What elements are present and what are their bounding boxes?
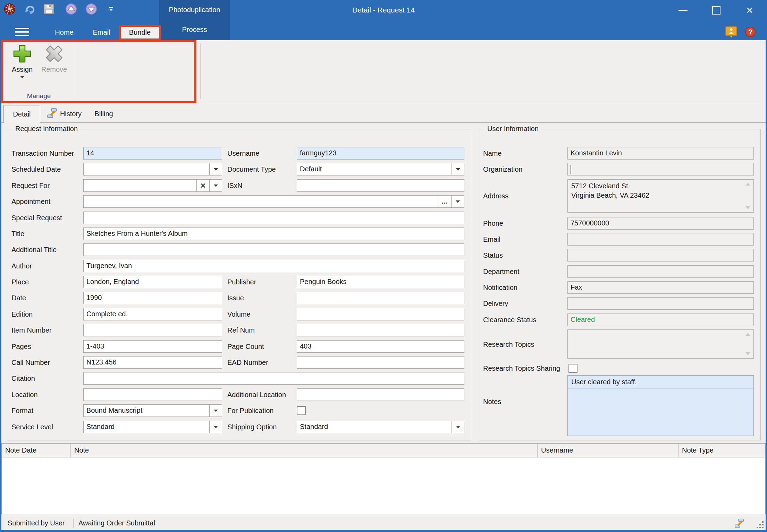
email-field[interactable] (567, 233, 754, 246)
request-for-clear-button[interactable]: ✕ (196, 179, 210, 192)
shipping-option-dropdown-button[interactable] (452, 421, 464, 433)
document-type-field[interactable]: Default (297, 163, 452, 175)
x-icon: ✕ (200, 182, 206, 190)
department-field[interactable] (567, 265, 754, 278)
close-button[interactable]: ✕ (740, 3, 759, 18)
issue-field[interactable] (297, 292, 464, 304)
address-field[interactable]: 5712 Cleveland St. Virginia Beach, VA 23… (567, 179, 754, 213)
special-request-field[interactable] (83, 212, 464, 224)
citation-field[interactable] (83, 372, 464, 385)
publisher-label: Publisher (227, 276, 256, 288)
notification-field[interactable]: Fax (567, 281, 754, 294)
name-field[interactable]: Konstantin Levin (567, 147, 754, 160)
title-field[interactable]: Sketches From a Hunter's Album (83, 228, 464, 240)
tab-email[interactable]: Email (85, 25, 118, 40)
notes-list[interactable]: User cleared by staff. (567, 375, 754, 436)
scheduled-date-dropdown-button[interactable] (209, 163, 222, 175)
user-information-title: User Information (485, 125, 541, 133)
shipping-option-label: Shipping Option (227, 421, 277, 433)
request-for-field[interactable] (83, 179, 197, 192)
tab-bundle[interactable]: Bundle (119, 25, 161, 40)
clearance-status-field[interactable]: Cleared (567, 314, 754, 326)
move-up-icon[interactable] (65, 3, 77, 16)
tab-detail[interactable]: Detail (3, 105, 40, 123)
assign-dropdown-icon[interactable] (20, 76, 24, 78)
research-topics-field[interactable] (567, 329, 754, 359)
publisher-field[interactable]: Penguin Books (297, 276, 464, 288)
service-level-field[interactable]: Standard (83, 421, 210, 433)
transaction-number-field[interactable]: 14 (83, 147, 222, 160)
research-topics-sharing-checkbox[interactable] (568, 364, 578, 373)
appointment-dropdown-button[interactable] (451, 195, 464, 208)
assign-label: Assign (8, 66, 37, 74)
tab-process[interactable]: Process (159, 20, 230, 40)
ref-num-field[interactable] (297, 324, 464, 336)
move-down-icon[interactable] (85, 3, 97, 16)
scheduled-date-field[interactable] (83, 163, 210, 175)
scroll-down-icon[interactable] (745, 206, 750, 209)
refresh-icon[interactable] (24, 3, 36, 16)
remove-button[interactable]: Remove (40, 44, 69, 74)
appointment-field[interactable] (83, 195, 438, 208)
svg-text:?: ? (748, 28, 752, 36)
pages-field[interactable]: 1-403 (83, 340, 222, 353)
toolbar-overflow-icon[interactable] (108, 7, 114, 11)
column-header-note-type[interactable]: Note Type (678, 444, 765, 457)
scroll-up-icon[interactable] (745, 183, 750, 186)
column-header-note[interactable]: Note (71, 444, 538, 457)
call-number-field[interactable]: N123.456 (83, 356, 222, 369)
maximize-button[interactable] (707, 3, 726, 18)
notes-item[interactable]: User cleared by staff. (568, 376, 753, 389)
status-field[interactable] (567, 249, 754, 261)
phone-field[interactable]: 7570000000 (567, 217, 754, 230)
column-header-username[interactable]: Username (538, 444, 678, 457)
place-field[interactable]: London, England (83, 276, 222, 288)
isxn-field[interactable] (297, 179, 464, 192)
location-field[interactable] (83, 388, 222, 401)
scroll-down-icon[interactable] (745, 352, 750, 355)
menu-icon[interactable] (15, 28, 29, 38)
special-request-label: Special Request (11, 212, 62, 224)
app-window: Photoduplication Process Detail - Reques… (0, 0, 767, 532)
tab-history[interactable]: History (42, 105, 87, 123)
service-level-dropdown-button[interactable] (209, 421, 222, 433)
item-number-field[interactable] (83, 324, 222, 336)
request-for-dropdown-button[interactable] (209, 179, 222, 192)
help-icon[interactable]: ? (745, 26, 756, 39)
ead-number-field[interactable] (297, 356, 464, 369)
scroll-up-icon[interactable] (745, 333, 750, 336)
history-status-icon[interactable] (734, 518, 744, 530)
minimize-button[interactable] (673, 3, 693, 18)
format-field[interactable]: Bound Manuscript (83, 404, 210, 417)
additional-location-field[interactable] (297, 388, 464, 401)
column-header-note-date[interactable]: Note Date (2, 444, 71, 457)
address-label: Address (483, 190, 508, 202)
page-count-label: Page Count (227, 340, 264, 353)
format-dropdown-button[interactable] (209, 404, 222, 417)
remove-label: Remove (40, 66, 69, 74)
author-field[interactable]: Turgenev, Ivan (83, 260, 464, 272)
name-label: Name (483, 147, 502, 160)
tab-home[interactable]: Home (45, 25, 83, 40)
save-icon[interactable] (44, 4, 54, 16)
resize-grip[interactable] (757, 521, 764, 529)
edition-field[interactable]: Complete ed. (83, 308, 222, 320)
volume-field[interactable] (297, 308, 464, 320)
app-logo-icon[interactable] (3, 3, 16, 17)
tab-billing[interactable]: Billing (88, 105, 119, 123)
date-field[interactable]: 1990 (83, 292, 222, 304)
isxn-label: ISxN (227, 179, 242, 192)
context-group-label: Photoduplication (159, 0, 230, 20)
username-field[interactable]: farmguy123 (297, 147, 464, 160)
shipping-option-field[interactable]: Standard (297, 421, 452, 433)
page-count-field[interactable]: 403 (297, 340, 464, 353)
appointment-browse-button[interactable]: … (438, 195, 452, 208)
delivery-field[interactable] (567, 297, 754, 310)
assign-button[interactable]: Assign (8, 44, 37, 80)
notes-table-body[interactable] (2, 457, 765, 514)
document-type-dropdown-button[interactable] (452, 163, 464, 175)
user-info-badge-icon[interactable] (725, 26, 737, 40)
organization-field[interactable] (567, 163, 754, 175)
additional-title-field[interactable] (83, 243, 464, 256)
for-publication-checkbox[interactable] (297, 406, 306, 415)
